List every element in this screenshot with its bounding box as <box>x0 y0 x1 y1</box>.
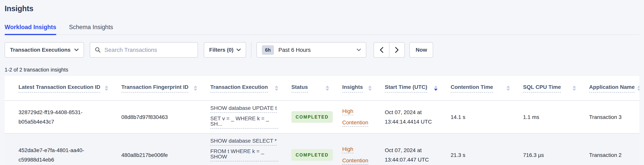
execution-id-cell: 452da3e7-e7fa-4801-aa40-c59988d14eb6 <box>4 133 112 165</box>
column-label: Transaction Execution <box>210 84 268 93</box>
time-range-dropdown[interactable]: 6h Past 6 Hours <box>256 42 366 58</box>
column-label: Contention Time <box>451 84 493 93</box>
table-row: 452da3e7-e7fa-4801-aa40-c59988d14eb6 480… <box>4 133 640 165</box>
sql-cpu-time-cell: 716.3 µs <box>514 133 580 165</box>
status-badge: COMPLETED <box>292 111 333 123</box>
time-range-label: Past 6 Hours <box>278 47 311 53</box>
transaction-execution-link[interactable]: SHOW database SELECT * <box>210 138 277 145</box>
sort-icon[interactable] <box>637 86 640 91</box>
search-icon <box>95 47 101 53</box>
contention-time-cell: 21.3 s <box>442 133 514 165</box>
column-header-application-name[interactable]: Application Name <box>580 76 640 101</box>
sort-icon[interactable] <box>572 86 576 91</box>
column-header-status[interactable]: Status <box>282 76 333 101</box>
status-cell: COMPLETED <box>282 101 333 133</box>
transaction-execution-link[interactable]: FROM t WHERE k = _ SHOW <box>210 149 278 161</box>
sort-up-arrow <box>105 86 108 88</box>
sort-down-arrow <box>368 89 372 91</box>
previous-time-range-button[interactable] <box>374 42 390 58</box>
sort-up-arrow <box>637 86 640 88</box>
time-step-buttons <box>374 42 405 58</box>
column-label: SQL CPU Time <box>523 84 561 93</box>
sort-icon-active-descending[interactable] <box>434 86 438 91</box>
start-time-cell: Oct 07, 2024 at 13:44:14.4414 UTC <box>376 101 442 133</box>
column-header-insights[interactable]: Insights <box>333 76 376 101</box>
column-header-transaction-execution[interactable]: Transaction Execution <box>201 76 282 101</box>
high-contention-link[interactable]: High Contention <box>342 108 368 127</box>
sort-down-arrow <box>637 89 640 91</box>
transaction-execution-link[interactable]: SHOW database UPDATE t <box>210 105 277 113</box>
table-header-row: Latest Transaction Execution ID Transact… <box>4 76 640 101</box>
start-time-date: Oct 07, 2024 at <box>385 145 438 155</box>
tabbar: Workload Insights Schema Insights <box>4 24 640 35</box>
now-label: Now <box>416 47 427 53</box>
column-header-transaction-fingerprint-id[interactable]: Transaction Fingerprint ID <box>112 76 201 101</box>
application-name-cell: Transaction 2 <box>580 133 640 165</box>
tab-workload-insights[interactable]: Workload Insights <box>4 24 56 35</box>
sort-down-arrow <box>275 89 278 91</box>
column-label: Application Name <box>589 84 634 93</box>
tab-label: Schema Insights <box>69 24 113 31</box>
sort-icon[interactable] <box>105 86 108 91</box>
insights-page: Insights Workload Insights Schema Insigh… <box>0 0 644 165</box>
workload-type-select[interactable]: Transaction Executions <box>4 42 84 58</box>
column-header-sql-cpu-time[interactable]: SQL CPU Time <box>514 76 580 101</box>
sort-up-arrow <box>506 86 510 88</box>
active-tab-underline <box>4 34 56 35</box>
column-header-latest-transaction-execution-id[interactable]: Latest Transaction Execution ID <box>4 76 112 101</box>
fingerprint-id-cell: 08d8b7d97f830463 <box>112 101 201 133</box>
sql-cpu-time-cell: 1.1 ms <box>514 101 580 133</box>
workload-type-value: Transaction Executions <box>10 47 70 53</box>
insights-table: Latest Transaction Execution ID Transact… <box>4 76 640 165</box>
column-header-contention-time[interactable]: Contention Time <box>442 76 514 101</box>
filters-button[interactable]: Filters (0) <box>204 42 246 58</box>
transaction-execution-cell: SHOW database UPDATE t SET v = _ WHERE k… <box>201 101 282 133</box>
column-label: Status <box>292 84 308 93</box>
transaction-execution-link[interactable]: SET v = _ WHERE k = _ SH... <box>210 116 278 128</box>
status-cell: COMPLETED <box>282 133 333 165</box>
sort-icon[interactable] <box>368 86 372 91</box>
sort-up-arrow <box>434 86 438 88</box>
next-time-range-button[interactable] <box>389 42 405 58</box>
execution-id-cell: 328729d2-ff19-4408-8531-b05a5b4e43c7 <box>4 101 112 133</box>
sort-up-arrow <box>572 86 576 88</box>
controls-row: Transaction Executions Filters (0) 6h Pa… <box>4 42 640 58</box>
transaction-execution-cell: SHOW database SELECT * FROM t WHERE k = … <box>201 133 282 165</box>
sort-icon[interactable] <box>326 86 329 91</box>
chevron-down-icon <box>236 49 241 51</box>
status-badge: COMPLETED <box>292 149 333 161</box>
sort-up-arrow <box>368 86 372 88</box>
table-row: 328729d2-ff19-4408-8531-b05a5b4e43c7 08d… <box>4 101 640 133</box>
tab-label: Workload Insights <box>4 24 56 31</box>
sort-down-arrow <box>326 89 329 91</box>
sort-down-arrow <box>194 89 197 91</box>
start-time-cell: Oct 07, 2024 at 13:44:07.447 UTC <box>376 133 442 165</box>
insights-cell: High Contention <box>333 133 376 165</box>
fingerprint-id-cell: 480a8b217be006fe <box>112 133 201 165</box>
sort-icon[interactable] <box>506 86 510 91</box>
chevron-left-icon <box>380 47 384 53</box>
sort-icon[interactable] <box>194 86 197 91</box>
search-input[interactable] <box>104 47 193 53</box>
column-header-start-time-utc[interactable]: Start Time (UTC) <box>376 76 442 101</box>
filters-label: Filters (0) <box>209 47 234 53</box>
divider <box>251 42 252 58</box>
start-time-clock: 13:44:07.447 UTC <box>385 155 438 164</box>
chevron-down-icon <box>357 49 361 51</box>
contention-time-cell: 14.1 s <box>442 101 514 133</box>
time-range-badge: 6h <box>262 45 274 55</box>
tab-schema-insights[interactable]: Schema Insights <box>69 24 113 35</box>
now-button[interactable]: Now <box>410 42 433 58</box>
chevron-down-icon <box>74 49 78 51</box>
sort-icon[interactable] <box>275 86 278 91</box>
sort-up-arrow <box>326 86 329 88</box>
high-contention-link[interactable]: High Contention <box>342 146 368 164</box>
sort-down-arrow <box>572 89 576 91</box>
sort-down-arrow <box>434 89 438 91</box>
page-title: Insights <box>4 4 640 13</box>
column-label: Insights <box>342 84 363 93</box>
chevron-right-icon <box>395 47 399 53</box>
column-label: Latest Transaction Execution ID <box>18 84 100 93</box>
start-time-date: Oct 07, 2024 at <box>385 108 438 117</box>
sort-up-arrow <box>194 86 197 88</box>
